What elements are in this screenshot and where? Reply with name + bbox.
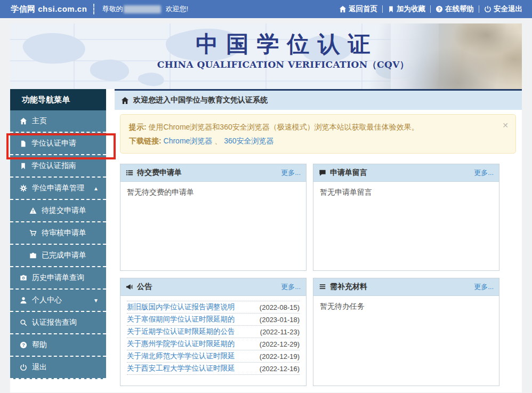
more-link[interactable]: 更多... <box>474 282 494 292</box>
download-label: 下载链接: <box>129 137 162 145</box>
more-link[interactable]: 更多... <box>474 168 494 178</box>
home-icon <box>20 117 27 125</box>
announcement-row: 关于西安工程大学学位认证时限延 (2022-12-16) <box>127 363 300 375</box>
banner: 中国学位认证 CHINA QUALIFICATION VERIFICATION（… <box>10 23 522 89</box>
content-area: 功能导航菜单 主页 学位认证申请 学位认证指南 学位申请单管理 ▲ 待提交申请 <box>10 89 522 392</box>
home-icon <box>339 5 346 13</box>
panel-header: 待交费申请单 更多... <box>120 164 306 182</box>
dashboard-panels: 待交费申请单 更多... 暂无待交费的申请单 申请单留言 更多... <box>120 164 499 386</box>
warning-icon <box>29 207 37 214</box>
list-icon <box>126 169 133 177</box>
announcement-row: 关于湖北师范大学学位认证时限延 (2022-12-19) <box>127 350 300 363</box>
panel-title: 需补充材料 <box>330 282 367 292</box>
site-subtitle: CHINA QUALIFICATION VERIFICATION（CQV） <box>157 59 409 71</box>
notice-label: 提示: <box>129 123 147 131</box>
panel-announcements: 公告 更多... 新旧版国内学位认证报告调整说明 (2022-08-15) 关于… <box>120 278 307 386</box>
chevron-up-icon[interactable]: ▲ <box>93 186 99 191</box>
megaphone-icon <box>126 283 133 291</box>
topbar-link-favorite[interactable]: 加为收藏 <box>388 4 425 14</box>
topbar-separator <box>430 5 431 13</box>
site-brand[interactable]: 学信网 chsi.com.cn <box>11 4 87 14</box>
notice-line1: 提示: 使用Chrome浏览器和360安全浏览器（极速模式）浏览本站以获取最佳体… <box>129 120 507 134</box>
bookmark-icon <box>388 6 394 13</box>
announcement-date: (2023-01-18) <box>260 316 300 324</box>
panel-title: 待交费申请单 <box>137 168 182 178</box>
sidebar-item-degree-apply[interactable]: 学位认证申请 <box>10 133 106 155</box>
sidebar-header: 功能导航菜单 <box>10 89 106 110</box>
topbar-link-online-help[interactable]: ? 在线帮助 <box>436 4 474 14</box>
announcement-row: 关于惠州学院学位认证时限延期的 (2022-12-29) <box>127 338 300 350</box>
panel-body: 暂无待办任务 <box>313 296 499 386</box>
announcement-link[interactable]: 关于西安工程大学学位认证时限延 <box>127 364 235 373</box>
power-icon <box>20 364 27 371</box>
help-icon: ? <box>436 5 443 13</box>
sidebar-item-help[interactable]: ? 帮助 <box>10 334 106 357</box>
topbar-separator <box>479 5 479 13</box>
align-justify-icon <box>319 283 326 291</box>
greeting-prefix: 尊敬的 <box>102 4 123 14</box>
sidebar-item-history-query[interactable]: 历史申请单查询 <box>10 267 106 290</box>
announcement-date: (2022-12-16) <box>260 365 300 373</box>
more-link[interactable]: 更多... <box>281 168 301 178</box>
panel-header: 申请单留言 更多... <box>313 164 499 182</box>
announcement-date: (2022-12-19) <box>260 352 300 360</box>
chrome-download-link[interactable]: Chrome浏览器 <box>164 137 213 145</box>
panel-header: 需补充材料 更多... <box>313 278 499 296</box>
home-icon <box>121 97 129 105</box>
panel-supplementary-materials: 需补充材料 更多... 暂无待办任务 <box>313 278 499 386</box>
announcement-link[interactable]: 关于惠州学院学位认证时限延期的 <box>127 339 235 349</box>
site-title: 中国学位认证 <box>157 30 409 58</box>
sidebar-item-report-query[interactable]: 认证报告查询 <box>10 312 106 334</box>
panel-messages: 申请单留言 更多... 暂无申请单留言 <box>313 164 499 271</box>
sidebar-item-application-manage[interactable]: 学位申请单管理 ▲ <box>10 178 106 200</box>
topbar: 学信网 chsi.com.cn 尊敬的 欢迎您! 返回首页 加为收藏 ? 在线帮… <box>0 0 532 18</box>
topbar-link-home[interactable]: 返回首页 <box>339 4 377 14</box>
panel-body: 暂无申请单留言 <box>313 182 499 270</box>
browser-notice: 提示: 使用Chrome浏览器和360安全浏览器（极速模式）浏览本站以获取最佳体… <box>120 114 516 154</box>
sidebar-item-home[interactable]: 主页 <box>10 110 106 133</box>
announcement-list: 新旧版国内学位认证报告调整说明 (2022-08-15) 关于寒假期间学位认证时… <box>127 301 300 375</box>
cart-icon <box>29 229 37 237</box>
sidebar: 功能导航菜单 主页 学位认证申请 学位认证指南 学位申请单管理 ▲ 待提交申请 <box>10 89 106 392</box>
power-icon <box>484 5 491 13</box>
notice-line2: 下载链接: Chrome浏览器 、 360安全浏览器 <box>129 134 507 148</box>
censored-username <box>124 5 161 13</box>
sidebar-item-completed[interactable]: 已完成申请单 <box>10 245 106 267</box>
gear-icon <box>20 185 27 192</box>
welcome-bar: 欢迎您进入中国学位与教育文凭认证系统 <box>115 89 522 110</box>
topbar-link-logout[interactable]: 安全退出 <box>484 4 522 14</box>
panel-header: 公告 更多... <box>120 278 306 296</box>
sidebar-item-degree-guide[interactable]: 学位认证指南 <box>10 155 106 178</box>
panel-body: 新旧版国内学位认证报告调整说明 (2022-08-15) 关于寒假期间学位认证时… <box>120 296 306 386</box>
svg-text:?: ? <box>22 342 25 348</box>
announcement-date: (2022-12-29) <box>260 340 300 348</box>
announcement-link[interactable]: 关于寒假期间学位认证时限延期的 <box>127 315 235 324</box>
panel-body: 暂无待交费的申请单 <box>120 182 306 270</box>
bookmark-icon <box>20 163 27 170</box>
empty-message: 暂无待办任务 <box>320 301 493 311</box>
sidebar-item-personal-center[interactable]: 个人中心 ▼ <box>10 290 106 312</box>
announcement-date: (2022-08-15) <box>260 303 300 311</box>
browser360-download-link[interactable]: 360安全浏览器 <box>224 137 273 145</box>
sidebar-item-exit[interactable]: 退出 <box>10 357 106 379</box>
svg-text:?: ? <box>438 6 441 12</box>
panel-title: 申请单留言 <box>330 168 367 178</box>
chevron-down-icon[interactable]: ▼ <box>93 298 99 303</box>
topbar-separator <box>382 5 383 13</box>
sidebar-item-pending-submit[interactable]: 待提交申请单 <box>10 200 106 222</box>
more-link[interactable]: 更多... <box>281 282 301 292</box>
welcome-text: 欢迎您进入中国学位与教育文凭认证系统 <box>133 95 268 105</box>
greeting-suffix: 欢迎您! <box>165 4 188 14</box>
panel-title: 公告 <box>137 282 152 292</box>
announcement-link[interactable]: 新旧版国内学位认证报告调整说明 <box>127 302 235 312</box>
announcement-link[interactable]: 关于湖北师范大学学位认证时限延 <box>127 351 235 361</box>
sidebar-item-pending-review[interactable]: 待审核申请单 <box>10 222 106 245</box>
banner-titles: 中国学位认证 CHINA QUALIFICATION VERIFICATION（… <box>157 30 409 71</box>
briefcase-icon <box>29 252 37 259</box>
main-panel: 欢迎您进入中国学位与教育文凭认证系统 提示: 使用Chrome浏览器和360安全… <box>115 89 522 392</box>
topbar-divider <box>93 4 94 14</box>
announcement-row: 新旧版国内学位认证报告调整说明 (2022-08-15) <box>127 301 300 314</box>
announcement-row: 关于寒假期间学位认证时限延期的 (2023-01-18) <box>127 314 300 326</box>
announcement-link[interactable]: 关于近期学位认证时限延期的公告 <box>127 327 235 336</box>
close-icon[interactable]: ✕ <box>502 118 509 132</box>
